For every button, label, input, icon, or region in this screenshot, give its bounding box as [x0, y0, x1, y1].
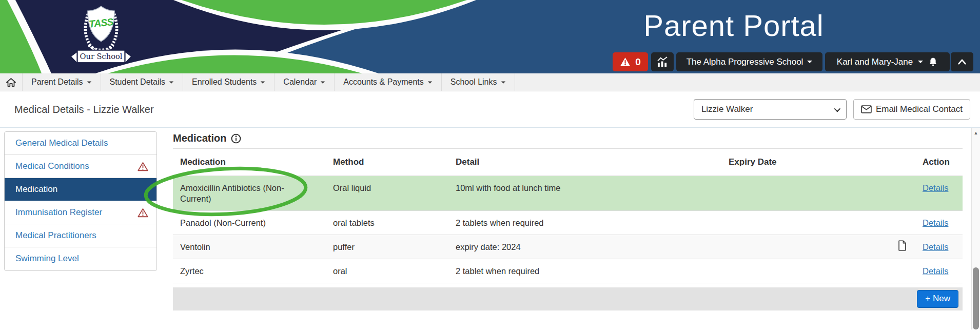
home-icon	[6, 77, 16, 87]
column-header-medication: Medication	[173, 149, 327, 176]
school-selector-label: The Alpha Progressive School	[687, 57, 803, 67]
nav-item-student-details[interactable]: Student Details	[101, 73, 184, 91]
attachment-cell[interactable]	[887, 235, 917, 259]
warning-icon	[138, 162, 148, 171]
action-cell: Details	[917, 259, 963, 283]
chevron-down-icon	[321, 81, 325, 83]
chevron-up-icon	[957, 57, 967, 66]
chevron-down-icon	[428, 81, 433, 83]
file-attachment-icon	[898, 240, 907, 251]
sidebar-item-label: Immunisation Register	[15, 207, 102, 217]
column-header-spacer	[887, 149, 917, 176]
chevron-down-icon	[501, 81, 505, 83]
alerts-button[interactable]: 0	[613, 52, 648, 71]
envelope-icon	[861, 105, 872, 113]
chevron-down-icon	[834, 105, 840, 112]
chevron-down-icon	[261, 81, 265, 83]
collapse-header-button[interactable]	[951, 52, 973, 71]
medication-row-panadol-non-current: Panadol (Non-Current)oral tablets2 table…	[173, 210, 963, 235]
expiry-date-cell	[722, 176, 857, 210]
chevron-down-icon	[87, 81, 91, 83]
detail-cell: 2 tablets when required	[449, 210, 722, 235]
column-header-spacer	[857, 149, 887, 176]
panel-heading: Medication	[173, 128, 963, 149]
spacer-cell	[857, 210, 887, 235]
medication-cell: Ventolin	[173, 235, 327, 259]
main-nav: Parent DetailsStudent DetailsEnrolled St…	[0, 73, 980, 91]
sidebar-item-immunisation-register[interactable]: Immunisation Register	[5, 201, 156, 224]
scroll-up-arrow[interactable]: ▲	[972, 130, 980, 135]
panel-title: Medication	[173, 132, 226, 144]
page-title: Medical Details - Lizzie Walker	[14, 104, 154, 115]
medication-cell: Panadol (Non-Current)	[173, 210, 327, 235]
warning-icon	[620, 57, 631, 67]
details-link[interactable]: Details	[923, 218, 948, 227]
nav-item-calendar[interactable]: Calendar	[275, 73, 335, 91]
nav-item-label: Parent Details	[31, 77, 83, 87]
new-button-label: + New	[925, 294, 950, 304]
chevron-down-icon	[169, 81, 174, 83]
medication-cell: Amoxicillin Antibiotics (Non-Current)	[173, 176, 327, 210]
chevron-down-icon	[918, 61, 923, 63]
details-link[interactable]: Details	[923, 183, 948, 192]
nav-home[interactable]	[0, 73, 23, 91]
school-selector-button[interactable]: The Alpha Progressive School	[676, 52, 822, 71]
nav-item-label: School Links	[450, 77, 497, 87]
sidebar-item-label: General Medical Details	[15, 138, 108, 148]
scrollbar[interactable]: ▲	[971, 128, 980, 329]
spacer-cell	[857, 176, 887, 210]
info-icon[interactable]	[231, 133, 241, 144]
nav-item-label: Accounts & Payments	[343, 77, 424, 87]
nav-item-accounts-payments[interactable]: Accounts & Payments	[335, 73, 442, 91]
charts-button[interactable]	[651, 52, 674, 71]
details-link[interactable]: Details	[923, 242, 948, 251]
bar-chart-icon	[657, 56, 669, 67]
student-select-value: Lizzie Walker	[701, 104, 753, 114]
sidebar-item-general-medical-details[interactable]: General Medical Details	[5, 132, 156, 155]
sidebar-item-label: Medical Conditions	[15, 161, 89, 171]
parent-portal-app: TASS Our School Parent Portal 0	[0, 0, 980, 330]
detail-cell: 2 tablet when required	[449, 259, 722, 283]
method-cell: oral tablets	[327, 210, 449, 235]
medication-row-ventolin: Ventolinpufferexpiry date: 2024Details	[173, 235, 963, 259]
spacer-cell	[857, 259, 887, 283]
sidebar-item-medical-conditions[interactable]: Medical Conditions	[5, 155, 156, 178]
details-link[interactable]: Details	[923, 266, 948, 276]
nav-item-enrolled-students[interactable]: Enrolled Students	[183, 73, 275, 91]
student-select[interactable]: Lizzie Walker	[694, 99, 847, 120]
medication-cell: Zyrtec	[173, 259, 327, 283]
table-footer-bar: + New	[173, 287, 963, 310]
medication-panel: Medication MedicationMethodDetailExpiry …	[173, 128, 963, 310]
expiry-date-cell	[722, 259, 857, 283]
action-cell: Details	[917, 235, 963, 259]
user-menu-label: Karl and Mary-Jane	[837, 57, 913, 67]
nav-item-parent-details[interactable]: Parent Details	[23, 73, 101, 91]
nav-item-label: Enrolled Students	[192, 77, 257, 87]
detail-cell: 10ml with food at lunch time	[449, 176, 722, 210]
alert-count: 0	[635, 56, 641, 68]
title-actions: Lizzie Walker Email Medical Contact	[694, 99, 970, 120]
attachment-cell	[887, 210, 917, 235]
scrollbar-thumb[interactable]	[973, 267, 979, 329]
new-medication-button[interactable]: + New	[917, 290, 958, 308]
sidebar-item-label: Medical Practitioners	[15, 230, 96, 240]
user-menu-button[interactable]: Karl and Mary-Jane	[825, 52, 950, 71]
action-cell: Details	[917, 176, 963, 210]
column-header-action: Action	[917, 149, 963, 176]
content-area: General Medical DetailsMedical Condition…	[0, 128, 980, 329]
school-logo: TASS Our School	[70, 2, 132, 67]
sidebar-item-medical-practitioners[interactable]: Medical Practitioners	[5, 224, 156, 247]
sidebar-item-label: Swimming Level	[15, 254, 79, 263]
warning-icon	[138, 208, 148, 218]
column-header-method: Method	[327, 149, 449, 176]
sidebar-item-swimming-level[interactable]: Swimming Level	[5, 247, 156, 270]
sidebar-item-medication[interactable]: Medication	[5, 178, 156, 201]
medication-table: MedicationMethodDetailExpiry DateAction …	[173, 149, 963, 283]
spacer-cell	[857, 235, 887, 259]
email-button-label: Email Medical Contact	[876, 104, 963, 114]
nav-item-school-links[interactable]: School Links	[442, 73, 515, 91]
banner: TASS Our School Parent Portal 0	[0, 0, 980, 73]
attachment-cell	[887, 176, 917, 210]
title-bar: Medical Details - Lizzie Walker Lizzie W…	[0, 91, 980, 128]
email-medical-contact-button[interactable]: Email Medical Contact	[853, 99, 970, 120]
